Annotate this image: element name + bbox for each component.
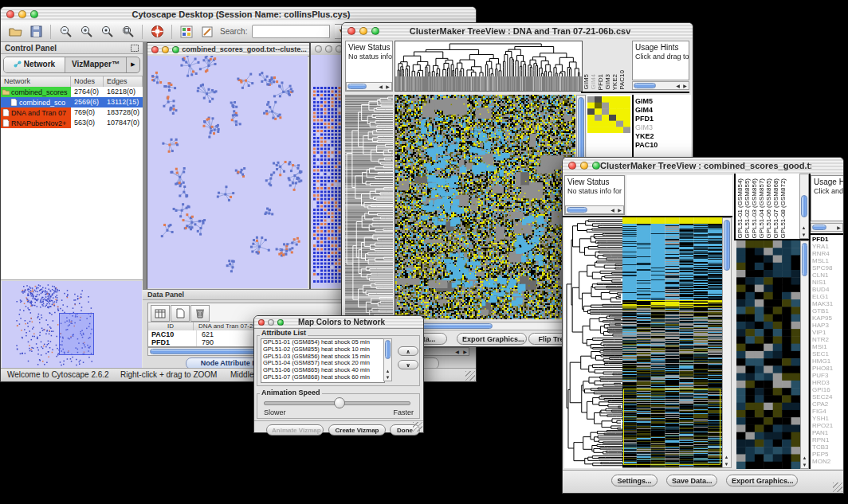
gene-label[interactable]: YSH1 bbox=[811, 415, 843, 422]
gene-label[interactable]: HMG1 bbox=[811, 357, 843, 365]
tv1-titlebar[interactable]: ClusterMaker TreeView : DNA and Tran 07-… bbox=[342, 23, 693, 40]
gene-label[interactable]: MSI1 bbox=[811, 343, 843, 350]
gene-label[interactable]: RPO21 bbox=[811, 422, 843, 429]
zoom-fit-icon[interactable] bbox=[120, 24, 135, 40]
gene-label[interactable]: HAP3 bbox=[811, 322, 843, 329]
gene-label[interactable]: RNR4 bbox=[811, 250, 843, 257]
tab-vizmapper[interactable]: VizMapper™ bbox=[65, 57, 126, 72]
scroll-thumb[interactable] bbox=[347, 84, 367, 89]
col-nodes[interactable]: Nodes bbox=[71, 76, 104, 87]
settings-button[interactable]: Settings... bbox=[611, 475, 658, 486]
scroll-down-icon[interactable]: ▼ bbox=[800, 232, 807, 237]
open-session-button[interactable] bbox=[7, 24, 23, 40]
minimize-icon[interactable] bbox=[18, 10, 26, 18]
zoom-window-icon[interactable] bbox=[172, 46, 179, 53]
column-label[interactable]: GIM5 bbox=[583, 74, 590, 90]
network-row-rnapuber[interactable]: RNAPuberNov2+ 563(0) 107847(0) bbox=[1, 118, 143, 128]
scroll-thumb[interactable] bbox=[812, 225, 826, 230]
scroll-down-icon[interactable]: ▼ bbox=[384, 375, 391, 380]
attribute-list-item[interactable]: GPL51-07 (GSM868) heat shock 60 min bbox=[261, 374, 384, 381]
scroll-left-icon[interactable]: ◀ bbox=[453, 350, 461, 354]
column-label[interactable]: GPL51-02 (GSM855) bbox=[744, 178, 751, 239]
data-col-id[interactable]: ID bbox=[148, 322, 194, 330]
speed-slider-thumb[interactable] bbox=[334, 397, 345, 408]
zoom-window-icon[interactable] bbox=[277, 319, 284, 326]
tv1-heatmap[interactable] bbox=[395, 95, 575, 319]
float-panel-icon[interactable] bbox=[131, 45, 139, 52]
gene-label[interactable]: PAN1 bbox=[811, 429, 843, 436]
scroll-up-icon[interactable]: ▲ bbox=[801, 455, 808, 460]
export-graphics-button[interactable]: Export Graphics... bbox=[457, 333, 527, 345]
scroll-right-icon[interactable]: ▶ bbox=[461, 350, 469, 354]
gene-label[interactable]: GPI16 bbox=[811, 386, 843, 393]
tv2-zoom-heatmap[interactable] bbox=[736, 240, 800, 469]
network-row-dna-tran[interactable]: DNA and Tran 07 769(0) 183728(0) bbox=[1, 107, 143, 118]
dialog-titlebar[interactable]: Map Colors to Network bbox=[254, 316, 423, 329]
view-status-scrollbar[interactable]: ◀ ▶ bbox=[346, 82, 392, 91]
gene-label[interactable]: FIG4 bbox=[811, 408, 843, 415]
column-label[interactable]: GPL51-04 (GSM857) bbox=[759, 178, 765, 239]
zoom-selected-icon[interactable] bbox=[99, 24, 115, 40]
create-vizmap-button[interactable]: Create Vizmap bbox=[328, 424, 386, 436]
resize-grip[interactable] bbox=[465, 371, 475, 381]
gene-label[interactable]: CLN1 bbox=[811, 272, 843, 279]
zoom-in-icon[interactable] bbox=[78, 24, 94, 40]
gene-label[interactable]: PFD1 bbox=[811, 236, 843, 243]
gene-label[interactable]: YKE2 bbox=[634, 132, 691, 141]
scroll-left-icon[interactable]: ◀ bbox=[674, 84, 681, 88]
column-label[interactable]: GIM3 bbox=[605, 74, 611, 90]
attribute-list-scrollbar[interactable]: ▲ ▼ bbox=[383, 338, 392, 381]
scroll-thumb[interactable] bbox=[567, 207, 587, 213]
scroll-left-icon[interactable]: ◀ bbox=[377, 84, 384, 89]
gene-label[interactable]: SPC98 bbox=[811, 264, 843, 272]
tv1-hints-scrollbar[interactable]: ◀ ▶ bbox=[632, 81, 689, 90]
column-label[interactable]: PAC10 bbox=[619, 70, 626, 90]
tv2-zoom-scrollbar[interactable]: ▲ ▼ bbox=[800, 240, 809, 469]
tv2-column-tree-area[interactable] bbox=[626, 175, 732, 216]
tv2-heatmap[interactable] bbox=[622, 217, 722, 468]
scroll-thumb[interactable] bbox=[802, 243, 807, 276]
resize-grip[interactable] bbox=[833, 483, 842, 492]
gene-label[interactable]: GIM5 bbox=[634, 97, 691, 106]
tab-network[interactable]: Network bbox=[4, 57, 65, 72]
gene-label[interactable]: TCB3 bbox=[811, 443, 843, 451]
col-edges[interactable]: Edges bbox=[104, 76, 143, 87]
minimize-icon[interactable] bbox=[325, 45, 332, 53]
minimize-icon[interactable] bbox=[580, 162, 588, 170]
tv2-titlebar[interactable]: ClusterMaker TreeView : combined_scores_… bbox=[563, 158, 843, 174]
window-a-titlebar[interactable]: combined_scores_good.txt--cluste... bbox=[147, 43, 309, 57]
gene-label[interactable]: BUD4 bbox=[811, 286, 843, 293]
scroll-thumb[interactable] bbox=[385, 340, 391, 359]
scroll-down-icon[interactable]: ▼ bbox=[801, 463, 808, 467]
scroll-thumb[interactable] bbox=[801, 195, 807, 217]
scroll-down-icon[interactable]: ▼ bbox=[723, 462, 730, 467]
close-icon[interactable] bbox=[258, 319, 265, 326]
minimize-icon[interactable] bbox=[162, 46, 169, 53]
tv2-hints-scrollbar[interactable]: ▶ bbox=[811, 223, 843, 232]
close-icon[interactable] bbox=[315, 45, 322, 53]
close-icon[interactable] bbox=[347, 27, 355, 35]
zoom-out-icon[interactable] bbox=[57, 24, 73, 40]
gene-label[interactable]: MSL1 bbox=[811, 257, 843, 264]
tv2-vscrollbar[interactable]: ▲ ▼ bbox=[722, 217, 732, 468]
gene-label[interactable]: MAK31 bbox=[811, 300, 843, 307]
gene-label[interactable]: YRA1 bbox=[811, 243, 843, 250]
network-graph-view[interactable] bbox=[147, 56, 308, 288]
attribute-list[interactable]: GPL51-01 (GSM854) heat shock 05 minGPL51… bbox=[261, 338, 385, 383]
gene-label[interactable]: NIS1 bbox=[811, 279, 843, 286]
network-row-combined-scores[interactable]: combined_scores 2764(0) 16218(0) bbox=[1, 87, 143, 97]
gene-label[interactable]: PEP5 bbox=[811, 451, 843, 458]
zoom-window-icon[interactable] bbox=[371, 27, 379, 35]
gene-label[interactable]: VIP1 bbox=[811, 329, 843, 336]
birdseye-view[interactable] bbox=[2, 281, 142, 369]
scroll-right-icon[interactable]: ▶ bbox=[616, 208, 623, 213]
main-titlebar[interactable]: Cytoscape Desktop (Session Name: collins… bbox=[1, 7, 476, 22]
gene-label[interactable]: RPN1 bbox=[811, 436, 843, 443]
gene-label[interactable]: NTR2 bbox=[811, 336, 843, 343]
move-up-button[interactable]: ∧ bbox=[398, 346, 418, 356]
scroll-right-icon[interactable]: ▶ bbox=[681, 84, 689, 88]
close-icon[interactable] bbox=[568, 162, 576, 170]
gene-label[interactable]: MON2 bbox=[811, 458, 843, 465]
column-label[interactable]: GIM4 bbox=[591, 74, 597, 90]
column-label[interactable]: YKE2 bbox=[612, 74, 618, 90]
